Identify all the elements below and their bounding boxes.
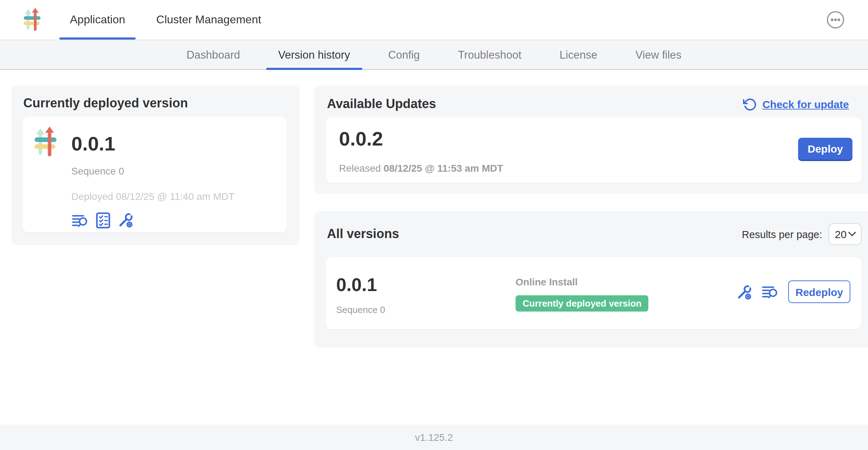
results-per-page-label: Results per page: — [742, 229, 822, 240]
navbar-tab-application[interactable]: Application — [59, 0, 136, 40]
navbar-tabs: Application Cluster Management — [59, 0, 282, 40]
version-row: 0.0.1 Sequence 0 Online Install Currentl… — [326, 257, 862, 329]
check-for-update-link[interactable]: Check for update — [743, 97, 849, 111]
update-released-line: Released08/12/25 @ 11:53 am MDT — [339, 162, 503, 174]
released-prefix: Released — [339, 162, 381, 174]
version-row-info-col: Online Install Currently deployed versio… — [516, 276, 649, 312]
deployed-version-number: 0.0.1 — [71, 134, 234, 155]
page: Application Cluster Management Dashboard… — [0, 0, 868, 450]
deploy-button[interactable]: Deploy — [798, 138, 852, 160]
available-update-card: 0.0.2 Released08/12/25 @ 11:53 am MDT De… — [326, 117, 862, 183]
tab-label: Dashboard — [186, 48, 240, 61]
tab-label: View files — [635, 48, 681, 61]
currently-deployed-badge: Currently deployed version — [516, 295, 649, 312]
tab-config[interactable]: Config — [369, 40, 439, 69]
logs-icon[interactable] — [761, 284, 779, 300]
config-wrench-icon[interactable] — [736, 284, 752, 300]
all-versions-section: All versions Results per page: 20 — [314, 211, 868, 348]
deployed-sequence: Sequence 0 — [71, 165, 234, 177]
tab-label: Troubleshoot — [458, 48, 522, 61]
redeploy-button[interactable]: Redeploy — [788, 280, 850, 303]
deployed-timestamp: Deployed 08/12/25 @ 11:40 am MDT — [71, 191, 234, 202]
tab-troubleshoot[interactable]: Troubleshoot — [439, 40, 541, 69]
config-wrench-icon[interactable] — [117, 212, 133, 229]
update-version-number: 0.0.2 — [339, 129, 383, 150]
row-version-number: 0.0.1 — [336, 274, 385, 296]
version-row-actions: Redeploy — [736, 280, 850, 303]
released-timestamp: 08/12/25 @ 11:53 am MDT — [384, 162, 503, 174]
app-subnav: Dashboard Version history Config Trouble… — [0, 40, 868, 70]
available-updates-header: Available Updates Check for update — [314, 85, 868, 112]
refresh-icon — [743, 97, 757, 111]
install-type-label: Online Install — [516, 276, 649, 288]
overflow-menu-button[interactable] — [826, 11, 845, 29]
deployed-version-card: 0.0.1 Sequence 0 Deployed 08/12/25 @ 11:… — [23, 117, 287, 232]
navbar-tab-cluster-management[interactable]: Cluster Management — [146, 0, 272, 40]
app-logo — [0, 0, 41, 40]
navbar-tab-label: Cluster Management — [156, 13, 261, 26]
logs-icon[interactable] — [71, 213, 89, 228]
tab-license[interactable]: License — [541, 40, 617, 69]
row-sequence: Sequence 0 — [336, 304, 385, 315]
available-updates-title: Available Updates — [327, 97, 436, 112]
available-updates-section: Available Updates Check for update 0.0.2… — [314, 85, 868, 194]
results-per-page-value: 20 — [835, 228, 846, 240]
deployed-version-details: 0.0.1 Sequence 0 Deployed 08/12/25 @ 11:… — [71, 134, 234, 229]
deployed-version-actions — [71, 212, 234, 229]
all-versions-header: All versions Results per page: 20 — [314, 211, 868, 245]
all-versions-title: All versions — [327, 227, 399, 242]
tab-dashboard[interactable]: Dashboard — [167, 40, 259, 69]
version-row-version-col: 0.0.1 Sequence 0 — [336, 274, 385, 315]
results-per-page-select[interactable]: 20 — [828, 223, 862, 245]
top-navbar: Application Cluster Management — [0, 0, 868, 40]
tab-label: License — [560, 48, 598, 61]
page-footer: v1.125.2 — [0, 425, 868, 450]
currently-deployed-section: Currently deployed version 0.0.1 Sequenc… — [11, 85, 299, 245]
results-per-page: Results per page: 20 — [742, 223, 862, 245]
console-version: v1.125.2 — [415, 432, 453, 443]
tab-label: Version history — [278, 48, 350, 61]
app-logo-icon — [33, 126, 58, 158]
tab-version-history[interactable]: Version history — [259, 40, 369, 69]
navbar-tab-label: Application — [70, 13, 125, 26]
main-content: Currently deployed version 0.0.1 Sequenc… — [0, 70, 868, 425]
currently-deployed-title: Currently deployed version — [23, 96, 188, 111]
check-for-update-label: Check for update — [762, 98, 849, 110]
preflight-checklist-icon[interactable] — [95, 212, 111, 229]
chevron-down-icon — [848, 232, 856, 237]
app-version-logo — [33, 126, 58, 158]
tab-label: Config — [388, 48, 420, 61]
app-logo-icon — [23, 8, 41, 32]
ellipsis-circle-icon — [826, 11, 845, 29]
tab-view-files[interactable]: View files — [616, 40, 700, 69]
